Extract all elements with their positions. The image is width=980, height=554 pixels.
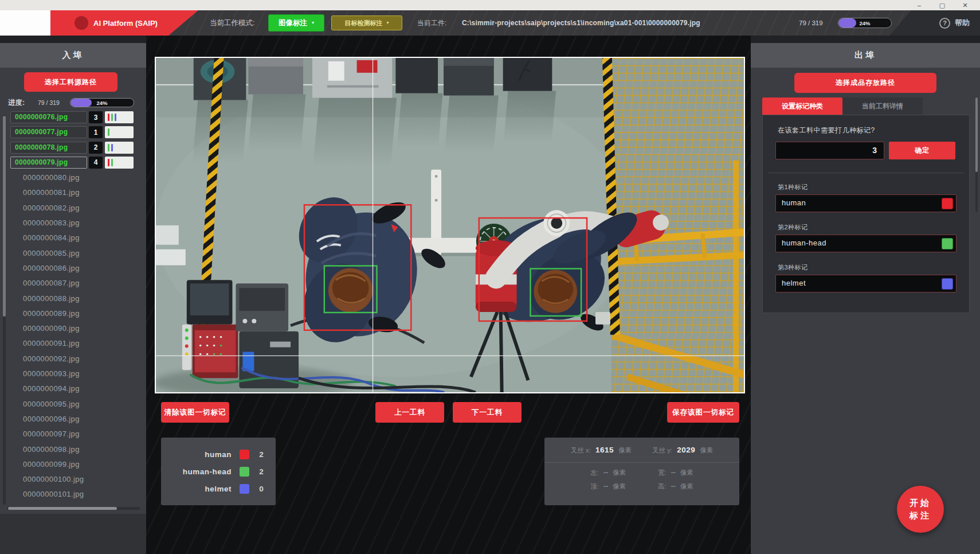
legend-row: human 2 bbox=[161, 450, 265, 459]
file-list-item[interactable]: 0000000080.jpg bbox=[10, 171, 146, 184]
mark-color-bar bbox=[108, 114, 109, 121]
label-type-input[interactable]: human-head bbox=[775, 235, 957, 252]
help-icon[interactable]: ? bbox=[939, 18, 950, 29]
help-section: ? 帮助 bbox=[889, 10, 980, 36]
close-button[interactable]: ✕ bbox=[954, 0, 977, 10]
label-type-input[interactable]: helmet bbox=[775, 275, 957, 292]
file-list-item[interactable]: 0000000086.jpg bbox=[10, 262, 146, 274]
file-list-item[interactable]: 0000000093.jpg bbox=[10, 368, 146, 380]
file-list-vertical-scrollbar[interactable] bbox=[3, 115, 6, 505]
select-source-path-button[interactable]: 选择工料源路径 bbox=[24, 72, 117, 92]
file-list-item[interactable]: 0000000099.jpg bbox=[10, 458, 146, 470]
select-output-path-button[interactable]: 选择成品存放路径 bbox=[794, 73, 936, 93]
annotation-color-marks bbox=[105, 142, 134, 154]
label-count-input[interactable]: 3 bbox=[775, 142, 884, 159]
sidebar-top-strip bbox=[0, 36, 146, 43]
file-list-item[interactable]: 0000000085.jpg bbox=[10, 247, 146, 259]
label-type-caption: 第3种标记 bbox=[778, 263, 808, 272]
file-list-item[interactable]: 0000000087.jpg bbox=[10, 277, 146, 289]
legend-count: 2 bbox=[257, 450, 265, 459]
file-list-item[interactable]: 0000000096.jpg bbox=[10, 413, 146, 425]
header-progress-count: 79 / 319 bbox=[799, 10, 823, 36]
file-list-item[interactable]: 0000000092.jpg bbox=[10, 353, 146, 365]
plain-file-list: 0000000080.jpg 0000000081.jpg 0000000082… bbox=[10, 171, 146, 500]
file-list-item[interactable]: 0000000090.jpg bbox=[10, 322, 146, 334]
mode-object-detection-button[interactable]: 目标检测标注 ▾ bbox=[331, 15, 402, 30]
header-progress-bar: 24% bbox=[838, 18, 892, 28]
mark-color-bar bbox=[108, 159, 109, 166]
file-list-item-annotated[interactable]: 0000000077.jpg 1 bbox=[10, 126, 146, 138]
file-list-item[interactable]: 0000000095.jpg bbox=[10, 398, 146, 410]
window-controls: – ▢ ✕ bbox=[908, 0, 977, 10]
file-name: 0000000091.jpg bbox=[10, 339, 80, 348]
previous-item-button[interactable]: 上一工料 bbox=[375, 402, 444, 423]
file-name: 0000000088.jpg bbox=[10, 294, 80, 303]
label-color-swatch[interactable] bbox=[942, 238, 953, 249]
maximize-button[interactable]: ▢ bbox=[931, 0, 954, 10]
file-list-item[interactable]: 0000000091.jpg bbox=[10, 337, 146, 349]
inbound-sidebar: 入埠 选择工料源路径 进度: 79 / 319 24% 0000000076.j… bbox=[0, 36, 146, 554]
tab-current-item-details[interactable]: 当前工料详情 bbox=[842, 97, 923, 115]
help-button[interactable]: 帮助 bbox=[955, 18, 970, 28]
file-list-item[interactable]: 00000000100.jpg bbox=[10, 473, 146, 485]
file-name: 0000000084.jpg bbox=[10, 233, 80, 242]
floor-panel bbox=[595, 312, 610, 325]
tab-set-label-types[interactable]: 设置标记种类 bbox=[762, 97, 842, 115]
label-type-input[interactable]: human bbox=[775, 194, 957, 212]
mark-color-bar bbox=[111, 114, 113, 121]
label-color-swatch[interactable] bbox=[942, 198, 953, 209]
file-name: 0000000081.jpg bbox=[10, 188, 80, 197]
annotation-canvas[interactable] bbox=[155, 57, 745, 393]
next-item-button[interactable]: 下一工料 bbox=[453, 402, 522, 423]
legend-color-swatch bbox=[240, 450, 249, 459]
file-list-item[interactable]: 0000000082.jpg bbox=[10, 202, 146, 214]
brand-title: AI Platform (SAIP) bbox=[93, 19, 158, 28]
worker-left-head bbox=[328, 268, 373, 312]
legend-row: human-head 2 bbox=[161, 467, 265, 477]
file-list-item[interactable]: 0000000083.jpg bbox=[10, 217, 146, 229]
sidebar-progress-percent: 24% bbox=[70, 99, 134, 107]
mode-object-detection-label: 目标检测标注 bbox=[344, 19, 382, 28]
box-left-label: 左: bbox=[590, 469, 599, 477]
legend-color-swatch bbox=[240, 467, 249, 477]
outbound-sidebar: 出埠 选择成品存放路径 设置标记种类 当前工料详情 在该套工料中需要打几种标记?… bbox=[751, 36, 980, 554]
machine-brand-label bbox=[357, 60, 378, 73]
legend-row: helmet 0 bbox=[161, 484, 265, 494]
crosshair-y-label: 叉丝 y: bbox=[652, 446, 672, 455]
file-list-item[interactable]: 00000000101.jpg bbox=[10, 488, 146, 500]
file-list-item-annotated[interactable]: 0000000079.jpg 4 bbox=[10, 157, 146, 169]
file-list-item[interactable]: 0000000081.jpg bbox=[10, 186, 146, 198]
right-panel-scrollbar[interactable] bbox=[975, 97, 978, 212]
brand-banner: AI Platform (SAIP) bbox=[50, 10, 198, 36]
file-name: 0000000095.jpg bbox=[10, 400, 80, 408]
mode-image-annotation-button[interactable]: 图像标注 ▾ bbox=[268, 14, 324, 32]
scrollbar-thumb[interactable] bbox=[3, 116, 6, 317]
file-list-item-annotated[interactable]: 0000000076.jpg 3 bbox=[10, 111, 146, 123]
file-list-horizontal-scrollbar[interactable] bbox=[7, 507, 140, 510]
progress-count: 79 / 319 bbox=[38, 97, 60, 108]
clear-annotations-button[interactable]: 清除该图一切标记 bbox=[161, 402, 229, 423]
file-list-item[interactable]: 0000000089.jpg bbox=[10, 307, 146, 319]
minimize-button[interactable]: – bbox=[908, 0, 931, 10]
box-height-value: -- bbox=[671, 482, 676, 490]
file-list-item[interactable]: 0000000084.jpg bbox=[10, 232, 146, 244]
right-tabs: 设置标记种类 当前工料详情 bbox=[762, 97, 970, 115]
label-type-caption: 第1种标记 bbox=[778, 183, 808, 192]
file-name: 0000000097.jpg bbox=[10, 430, 80, 438]
save-annotations-button[interactable]: 保存该图一切标记 bbox=[667, 402, 739, 423]
scrollbar-thumb[interactable] bbox=[8, 507, 117, 510]
label-color-swatch[interactable] bbox=[942, 278, 953, 290]
file-list-item[interactable]: 0000000098.jpg bbox=[10, 443, 146, 455]
mark-color-bar bbox=[108, 128, 109, 136]
start-annotation-line2: 标注 bbox=[910, 510, 931, 521]
annotation-count-badge: 4 bbox=[89, 157, 103, 169]
file-list-item[interactable]: 0000000088.jpg bbox=[10, 292, 146, 305]
start-annotation-button[interactable]: 开始 标注 bbox=[897, 486, 944, 533]
file-list-item-annotated[interactable]: 0000000078.jpg 2 bbox=[10, 142, 146, 154]
scrollbar-thumb[interactable] bbox=[975, 97, 978, 172]
confirm-button[interactable]: 确定 bbox=[889, 142, 955, 159]
file-name: 0000000083.jpg bbox=[10, 219, 80, 227]
file-list-item[interactable]: 0000000097.jpg bbox=[10, 428, 146, 440]
file-list-item[interactable]: 0000000094.jpg bbox=[10, 383, 146, 395]
file-list: 0000000076.jpg 3 0000000077.jpg 1 000000… bbox=[10, 111, 146, 508]
